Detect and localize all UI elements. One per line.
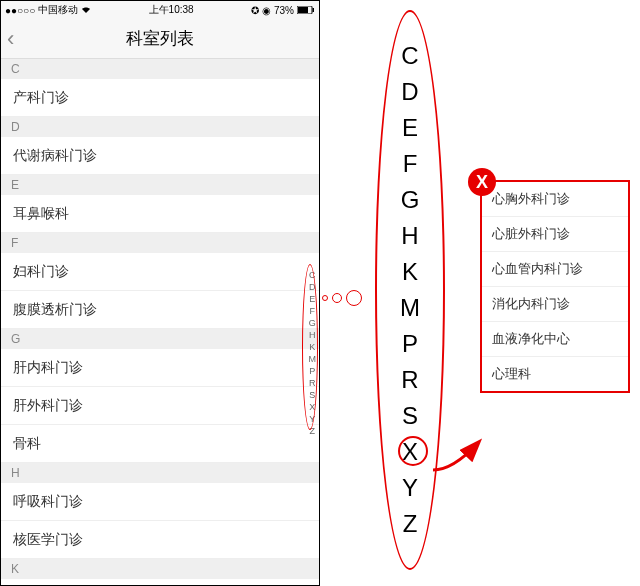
section-header: F [1, 233, 319, 253]
index-letter-large[interactable]: Y [402, 476, 418, 500]
wifi-icon [81, 5, 91, 16]
zoom-connector [322, 290, 362, 306]
connector-dot [332, 293, 342, 303]
page-title: 科室列表 [126, 27, 194, 50]
status-right: ✪ ◉ 73% [251, 5, 315, 16]
alpha-index-large: CDEFGHKMPRSXYZ [375, 10, 445, 570]
phone-frame: ●●○○○ 中国移动 上午10:38 ✪ ◉ 73% ‹ 科室列表 C产科门诊D… [0, 0, 320, 586]
nav-bar: ‹ 科室列表 [1, 19, 319, 59]
section-header: E [1, 175, 319, 195]
popup-item[interactable]: 心理科 [482, 357, 628, 391]
index-letter-large[interactable]: Z [403, 512, 418, 536]
section-popup: X 心胸外科门诊心脏外科门诊心血管内科门诊消化内科门诊血液净化中心心理科 [480, 180, 630, 393]
index-letter-large[interactable]: F [403, 152, 418, 176]
section-header: K [1, 559, 319, 579]
section-header: D [1, 117, 319, 137]
carrier-label: 中国移动 [38, 3, 78, 17]
index-highlight-ring [302, 264, 318, 430]
index-letter-large[interactable]: X [402, 440, 418, 464]
clock: 上午10:38 [149, 3, 194, 17]
list-item[interactable]: 腹膜透析门诊 [1, 291, 319, 329]
index-letter-large[interactable]: P [402, 332, 418, 356]
list-item[interactable]: 耳鼻喉科 [1, 195, 319, 233]
arrow-icon [428, 435, 488, 475]
back-icon[interactable]: ‹ [7, 26, 14, 52]
svg-rect-2 [313, 8, 315, 12]
section-header: H [1, 463, 319, 483]
signal-dots-icon: ●●○○○ [5, 5, 35, 16]
connector-dot [322, 295, 328, 301]
index-letter-large[interactable]: G [401, 188, 420, 212]
popup-item[interactable]: 心脏外科门诊 [482, 217, 628, 252]
rotation-lock-icon: ◉ [262, 5, 271, 16]
battery-icon [297, 5, 315, 16]
list-item[interactable]: 产科门诊 [1, 79, 319, 117]
index-letter-large[interactable]: M [400, 296, 420, 320]
department-list[interactable]: C产科门诊D代谢病科门诊E耳鼻喉科F妇科门诊腹膜透析门诊G肝内科门诊肝外科门诊骨… [1, 59, 319, 586]
list-item[interactable]: 肝内科门诊 [1, 349, 319, 387]
popup-item[interactable]: 消化内科门诊 [482, 287, 628, 322]
list-item[interactable]: 妇科门诊 [1, 253, 319, 291]
list-item[interactable]: 骨科 [1, 425, 319, 463]
alarm-icon: ✪ [251, 5, 259, 16]
close-icon[interactable]: X [468, 168, 496, 196]
index-letter-large[interactable]: S [402, 404, 418, 428]
index-letter-large[interactable]: E [402, 116, 418, 140]
list-item[interactable]: 呼吸科门诊 [1, 483, 319, 521]
popup-item[interactable]: 心血管内科门诊 [482, 252, 628, 287]
list-item[interactable]: 代谢病科门诊 [1, 137, 319, 175]
list-item[interactable]: 肝外科门诊 [1, 387, 319, 425]
section-header: C [1, 59, 319, 79]
popup-item[interactable]: 血液净化中心 [482, 322, 628, 357]
index-letter-large[interactable]: D [401, 80, 418, 104]
index-letter-large[interactable]: K [402, 260, 418, 284]
index-letter-large[interactable]: H [401, 224, 418, 248]
section-header: G [1, 329, 319, 349]
list-item[interactable]: 核医学门诊 [1, 521, 319, 559]
status-left: ●●○○○ 中国移动 [5, 3, 91, 17]
index-letter-large[interactable]: R [401, 368, 418, 392]
battery-percent: 73% [274, 5, 294, 16]
selected-letter-ring [398, 436, 428, 466]
popup-item[interactable]: 心胸外科门诊 [482, 182, 628, 217]
list-item[interactable]: 口腔门诊 [1, 579, 319, 586]
connector-dot [346, 290, 362, 306]
svg-rect-1 [298, 7, 308, 13]
status-bar: ●●○○○ 中国移动 上午10:38 ✪ ◉ 73% [1, 1, 319, 19]
index-letter-large[interactable]: C [401, 44, 418, 68]
